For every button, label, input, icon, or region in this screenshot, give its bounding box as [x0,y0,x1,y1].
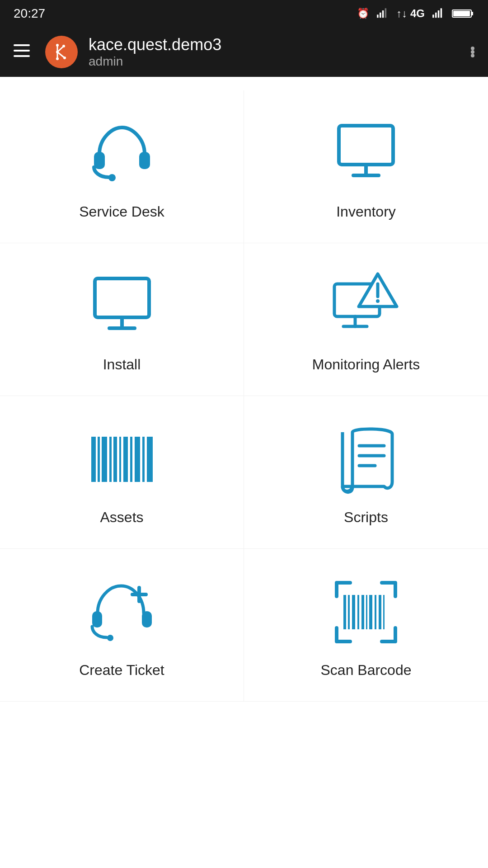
menu-item-scripts[interactable]: Scripts [244,396,488,549]
svg-rect-39 [102,437,107,482]
status-icons: ⏰ ↑↓ 4G [357,7,474,20]
svg-rect-11 [14,44,30,46]
svg-rect-10 [453,11,470,16]
svg-rect-65 [383,595,385,629]
svg-rect-38 [98,437,100,482]
svg-point-22 [56,51,59,53]
svg-rect-3 [385,8,387,18]
svg-rect-7 [441,8,442,18]
network-type: ↑↓ 4G [396,7,425,20]
username: admin [89,54,460,69]
svg-rect-24 [139,152,150,169]
svg-rect-42 [119,437,121,482]
svg-rect-29 [95,278,149,317]
svg-rect-12 [14,50,30,52]
svg-point-53 [107,635,113,641]
svg-point-14 [51,42,72,62]
svg-rect-5 [435,13,437,18]
svg-rect-4 [432,14,434,18]
header-text: kace.quest.demo3 admin [89,35,460,69]
service-desk-label: Service Desk [79,203,164,220]
assets-label: Assets [100,509,143,526]
hamburger-menu[interactable] [14,44,30,61]
scripts-label: Scripts [344,509,388,526]
create-ticket-label: Create Ticket [79,662,164,679]
monitor-alert-icon [330,270,402,343]
svg-rect-13 [14,55,30,57]
svg-rect-58 [352,595,355,629]
svg-rect-63 [375,595,376,629]
svg-rect-43 [123,437,128,482]
alarm-icon: ⏰ [357,8,369,19]
svg-rect-40 [109,437,112,482]
svg-rect-2 [382,10,384,18]
scroll-icon [330,423,402,495]
barcode-icon [86,423,158,495]
app-header: kace.quest.demo3 admin [0,27,488,77]
svg-point-21 [63,57,66,59]
svg-rect-60 [361,595,364,629]
monitor-plain-icon [86,270,158,343]
svg-rect-57 [348,595,350,629]
svg-rect-45 [135,437,140,482]
svg-rect-44 [130,437,132,482]
svg-rect-9 [471,12,473,15]
scan-barcode-icon [330,576,402,648]
menu-item-scan-barcode[interactable]: Scan Barcode [244,549,488,702]
signal-icon [376,7,389,20]
menu-item-install[interactable]: Install [0,243,244,396]
svg-rect-61 [366,595,367,629]
menu-item-inventory[interactable]: Inventory [244,90,488,243]
scan-barcode-label: Scan Barcode [320,662,411,679]
main-menu-grid: Service Desk Inventory Install [0,77,488,715]
svg-point-19 [56,57,59,60]
headset-icon [86,118,158,190]
svg-rect-59 [357,595,359,629]
avatar [45,36,78,68]
server-name: kace.quest.demo3 [89,35,460,54]
svg-rect-1 [380,13,381,18]
menu-item-monitoring-alerts[interactable]: Monitoring Alerts [244,243,488,396]
svg-rect-62 [369,595,372,629]
svg-rect-6 [438,10,440,18]
battery-icon [452,7,474,20]
more-options-button[interactable] [471,47,474,57]
menu-item-assets[interactable]: Assets [0,396,244,549]
svg-rect-26 [339,126,393,165]
menu-item-create-ticket[interactable]: Create Ticket [0,549,244,702]
menu-item-service-desk[interactable]: Service Desk [0,90,244,243]
svg-rect-41 [113,437,117,482]
svg-rect-46 [142,437,145,482]
svg-rect-52 [142,611,152,627]
svg-rect-0 [377,14,379,18]
svg-rect-47 [147,437,153,482]
inventory-label: Inventory [336,203,396,220]
signal2-icon [432,7,445,20]
time-display: 20:27 [14,6,45,21]
monitor-icon [330,118,402,190]
svg-rect-56 [343,595,346,629]
svg-rect-64 [379,595,381,629]
svg-point-20 [62,45,65,47]
monitoring-alerts-label: Monitoring Alerts [312,356,420,373]
headset-plus-icon [86,576,158,648]
status-bar: 20:27 ⏰ ↑↓ 4G [0,0,488,27]
svg-rect-51 [92,611,102,627]
svg-point-18 [56,44,59,47]
svg-point-25 [108,174,116,181]
install-label: Install [103,356,141,373]
svg-rect-37 [91,437,96,482]
svg-point-36 [376,299,380,303]
